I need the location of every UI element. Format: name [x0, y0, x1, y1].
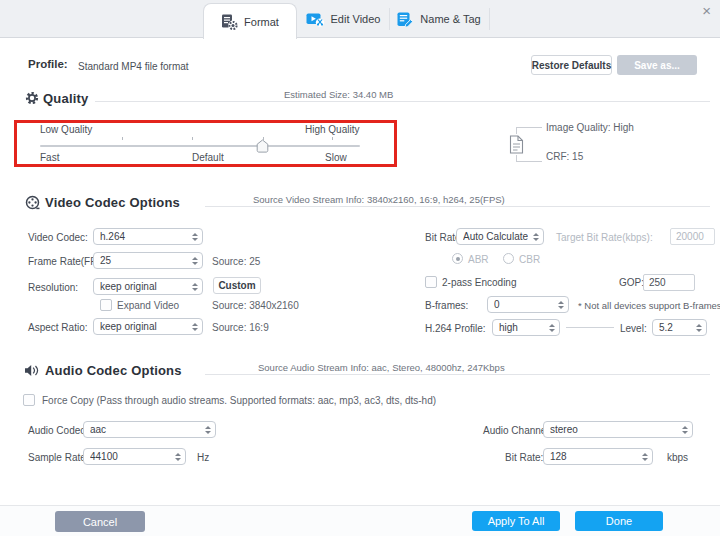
- format-icon: [221, 14, 238, 30]
- default-label: Default: [192, 152, 224, 163]
- slow-label: Slow: [325, 152, 347, 163]
- audio-source-info: Source Audio Stream Info: aac, Stereo, 4…: [258, 362, 505, 373]
- edit-video-icon: [306, 12, 325, 27]
- video-source-info: Source Video Stream Info: 3840x2160, 16:…: [253, 194, 505, 205]
- speaker-icon: [24, 364, 40, 379]
- close-icon[interactable]: ×: [702, 2, 711, 20]
- level-select[interactable]: 5.2: [652, 319, 707, 336]
- gop-input[interactable]: [643, 274, 695, 291]
- divider: [566, 327, 614, 328]
- profile-label: Profile:: [28, 58, 68, 70]
- video-codec-label: Video Codec:: [28, 232, 88, 243]
- profile-value: Standard MP4 file format: [78, 61, 189, 72]
- cancel-button[interactable]: Cancel: [55, 511, 145, 532]
- b-frames-select[interactable]: 0: [487, 296, 569, 313]
- restore-defaults-button[interactable]: Restore Defaults: [531, 55, 612, 75]
- fast-label: Fast: [40, 152, 59, 163]
- stepper-icon: [682, 422, 688, 437]
- expand-video-label: Expand Video: [117, 300, 179, 311]
- audio-channel-label: Audio Channel:: [483, 425, 551, 436]
- audio-codec-select[interactable]: aac: [83, 421, 216, 438]
- aspect-ratio-label: Aspect Ratio:: [28, 322, 87, 333]
- audio-bit-rate-value: 128: [550, 449, 637, 464]
- stepper-icon: [642, 449, 648, 464]
- sample-rate-unit: Hz: [197, 452, 209, 463]
- h264-profile-value: high: [499, 320, 544, 335]
- sample-rate-label: Sample Rate:: [28, 452, 89, 463]
- resolution-label: Resolution:: [28, 282, 78, 293]
- two-pass-label: 2-pass Encoding: [442, 277, 517, 288]
- high-quality-label: High Quality: [305, 124, 359, 135]
- stepper-icon: [192, 319, 198, 334]
- tab-name-tag[interactable]: Name & Tag: [389, 6, 489, 32]
- tab-edit-video[interactable]: Edit Video: [297, 6, 389, 32]
- audio-channel-select[interactable]: stereo: [543, 421, 693, 438]
- stepper-icon: [558, 297, 564, 312]
- resolution-value: keep original: [100, 279, 187, 294]
- document-icon: [509, 135, 524, 156]
- image-quality-text: Image Quality: High: [546, 122, 634, 133]
- format-settings-window: Format Edit Video: [0, 0, 720, 536]
- audio-section-title: Audio Codec Options: [45, 363, 182, 378]
- connector-line: [516, 127, 542, 134]
- cbr-label: CBR: [519, 254, 540, 265]
- abr-radio: [452, 253, 463, 264]
- h264-profile-select[interactable]: high: [492, 319, 560, 336]
- resolution-source: Source: 3840x2160: [212, 300, 299, 311]
- video-codec-select[interactable]: h.264: [93, 228, 203, 245]
- quality-slider-thumb[interactable]: [256, 139, 269, 155]
- connector-line: [516, 155, 542, 162]
- audio-channel-value: stereo: [550, 422, 677, 437]
- force-copy-checkbox[interactable]: [23, 394, 35, 406]
- frame-rate-select[interactable]: 25: [93, 252, 203, 269]
- bit-rate-select[interactable]: Auto Calculate: [456, 228, 544, 245]
- expand-video-checkbox[interactable]: [100, 299, 112, 311]
- resolution-select[interactable]: keep original: [93, 278, 203, 295]
- level-label: Level:: [620, 323, 647, 334]
- frame-rate-value: 25: [100, 253, 187, 268]
- estimated-size-text: Estimated Size: 34.40 MB: [284, 89, 393, 100]
- quality-section-title: Quality: [43, 91, 88, 106]
- apply-to-all-button[interactable]: Apply To All: [472, 511, 560, 531]
- tab-format[interactable]: Format: [203, 3, 297, 39]
- divider: [95, 101, 710, 102]
- audio-bit-rate-select[interactable]: 128: [543, 448, 653, 465]
- b-frames-note: * Not all devices support B-frames: [578, 300, 720, 311]
- stepper-icon: [192, 229, 198, 244]
- film-reel-icon: [25, 195, 40, 212]
- divider: [205, 374, 710, 375]
- stepper-icon: [192, 253, 198, 268]
- stepper-icon: [549, 320, 555, 335]
- target-bit-rate-input: [670, 228, 715, 245]
- tab-bar: Format Edit Video: [0, 0, 720, 38]
- custom-button[interactable]: Custom: [213, 277, 261, 294]
- low-quality-label: Low Quality: [40, 124, 92, 135]
- aspect-ratio-select[interactable]: keep original: [93, 318, 203, 335]
- stepper-icon: [205, 422, 211, 437]
- tab-separator: [489, 8, 490, 30]
- stepper-icon: [192, 279, 198, 294]
- two-pass-checkbox[interactable]: [425, 276, 437, 288]
- sample-rate-select[interactable]: 44100: [83, 448, 186, 465]
- h264-profile-label: H.264 Profile:: [425, 323, 486, 334]
- force-copy-label: Force Copy (Pass through audio streams. …: [42, 395, 436, 406]
- cbr-radio: [503, 253, 514, 264]
- tab-format-label: Format: [244, 16, 279, 28]
- stepper-icon: [175, 449, 181, 464]
- tab-name-tag-label: Name & Tag: [420, 13, 480, 25]
- audio-codec-value: aac: [90, 422, 200, 437]
- audio-codec-label: Audio Codec:: [28, 425, 88, 436]
- done-button[interactable]: Done: [575, 511, 663, 531]
- audio-bit-rate-unit: kbps: [667, 452, 688, 463]
- gop-label: GOP:: [619, 277, 644, 288]
- name-tag-icon: [397, 12, 414, 27]
- aspect-ratio-value: keep original: [100, 319, 187, 334]
- video-section-title: Video Codec Options: [45, 195, 180, 210]
- abr-label: ABR: [468, 254, 489, 265]
- slider-tick: [332, 137, 333, 140]
- frame-rate-source: Source: 25: [212, 256, 260, 267]
- aspect-ratio-source: Source: 16:9: [212, 322, 269, 333]
- slider-tick: [192, 137, 193, 140]
- level-value: 5.2: [659, 320, 691, 335]
- quality-slider-track[interactable]: [40, 145, 360, 147]
